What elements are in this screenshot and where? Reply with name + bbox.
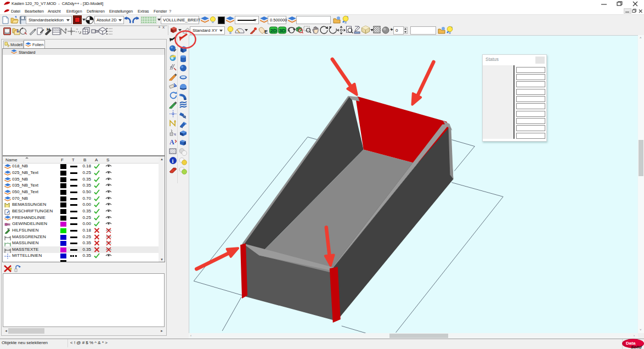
svg-text:E: E [264, 29, 268, 35]
svg-text:Solid: Solid [631, 345, 642, 349]
svg-text:i: i [172, 158, 174, 164]
svg-text:2D: 2D [270, 28, 277, 33]
svg-text:A: A [170, 138, 174, 146]
svg-text:3D: 3D [279, 28, 286, 33]
